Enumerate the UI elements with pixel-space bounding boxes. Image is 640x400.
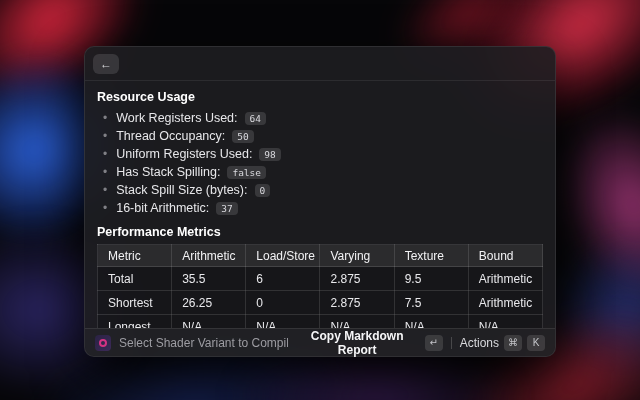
footer-divider: [451, 337, 452, 349]
actions-label: Actions: [460, 336, 499, 350]
value-badge: 37: [216, 202, 237, 215]
table-cell: 9.5: [394, 267, 468, 291]
table-cell: N/A: [320, 315, 394, 329]
table-cell: Shortest: [98, 291, 172, 315]
value-badge: 64: [245, 112, 266, 125]
table-cell: N/A: [172, 315, 246, 329]
table-cell: 2.875: [320, 267, 394, 291]
table-cell: N/A: [246, 315, 320, 329]
table-cell: N/A: [468, 315, 542, 329]
raycast-window: ← Resource Usage • Work Registers Used: …: [84, 46, 556, 357]
table-cell: 0: [246, 291, 320, 315]
k-key-icon: K: [527, 335, 545, 351]
table-cell: Longest: [98, 315, 172, 329]
bullet-icon: •: [103, 165, 107, 179]
return-key-icon: ↵: [425, 335, 443, 351]
primary-action-label: Copy Markdown Report: [296, 329, 419, 357]
copy-markdown-report-button[interactable]: Copy Markdown Report ↵: [296, 329, 443, 357]
list-item: • Uniform Registers Used: 98: [97, 145, 543, 163]
table-cell: N/A: [394, 315, 468, 329]
value-badge: 98: [259, 148, 280, 161]
table-cell: 6: [246, 267, 320, 291]
resource-usage-list: • Work Registers Used: 64 • Thread Occup…: [97, 109, 543, 217]
list-item-label: Has Stack Spilling:: [116, 165, 220, 179]
list-item: • Stack Spill Size (bytes): 0: [97, 181, 543, 199]
bullet-icon: •: [103, 129, 107, 143]
bullet-icon: •: [103, 111, 107, 125]
column-header: Texture: [394, 245, 468, 267]
icon-ring: [99, 339, 107, 347]
table-row: Shortest26.2502.8757.5Arithmetic: [98, 291, 543, 315]
back-arrow-icon: ←: [100, 57, 112, 71]
table-row: LongestN/AN/AN/AN/AN/A: [98, 315, 543, 329]
table-header: MetricArithmeticLoad/StoreVaryingTexture…: [98, 245, 543, 267]
bullet-icon: •: [103, 183, 107, 197]
list-item-label: Thread Occupancy:: [116, 129, 225, 143]
list-item: • 16-bit Arithmetic: 37: [97, 199, 543, 217]
value-badge: 0: [255, 184, 271, 197]
list-item: • Work Registers Used: 64: [97, 109, 543, 127]
column-header: Load/Store: [246, 245, 320, 267]
list-item-label: Stack Spill Size (bytes):: [116, 183, 247, 197]
resource-usage-heading: Resource Usage: [97, 90, 543, 104]
list-item-label: 16-bit Arithmetic:: [116, 201, 209, 215]
column-header: Varying: [320, 245, 394, 267]
column-header: Metric: [98, 245, 172, 267]
performance-metrics-table: MetricArithmeticLoad/StoreVaryingTexture…: [97, 244, 543, 328]
list-item: • Has Stack Spilling: false: [97, 163, 543, 181]
table-cell: 26.25: [172, 291, 246, 315]
table-cell: Total: [98, 267, 172, 291]
bullet-icon: •: [103, 201, 107, 215]
actions-button[interactable]: Actions ⌘ K: [460, 335, 545, 351]
table-cell: 2.875: [320, 291, 394, 315]
extension-icon: [95, 335, 111, 351]
value-badge: 50: [232, 130, 253, 143]
table-cell: Arithmetic: [468, 267, 542, 291]
performance-metrics-heading: Performance Metrics: [97, 225, 543, 239]
table-body: Total35.562.8759.5ArithmeticShortest26.2…: [98, 267, 543, 329]
detail-content: Resource Usage • Work Registers Used: 64…: [85, 81, 555, 328]
command-key-icon: ⌘: [504, 335, 522, 351]
table-cell: Arithmetic: [468, 291, 542, 315]
bullet-icon: •: [103, 147, 107, 161]
table-row: Total35.562.8759.5Arithmetic: [98, 267, 543, 291]
list-item-label: Uniform Registers Used:: [116, 147, 252, 161]
list-item: • Thread Occupancy: 50: [97, 127, 543, 145]
column-header: Arithmetic: [172, 245, 246, 267]
column-header: Bound: [468, 245, 542, 267]
window-header: ←: [85, 47, 555, 81]
table-cell: 7.5: [394, 291, 468, 315]
footer-bar: Select Shader Variant to Compile Copy Ma…: [85, 328, 555, 356]
value-badge: false: [227, 166, 266, 179]
header-row: MetricArithmeticLoad/StoreVaryingTexture…: [98, 245, 543, 267]
context-label: Select Shader Variant to Compile: [119, 336, 288, 350]
back-button[interactable]: ←: [93, 54, 119, 74]
list-item-label: Work Registers Used:: [116, 111, 237, 125]
table-cell: 35.5: [172, 267, 246, 291]
footer-actions: Copy Markdown Report ↵ Actions ⌘ K: [296, 329, 545, 357]
